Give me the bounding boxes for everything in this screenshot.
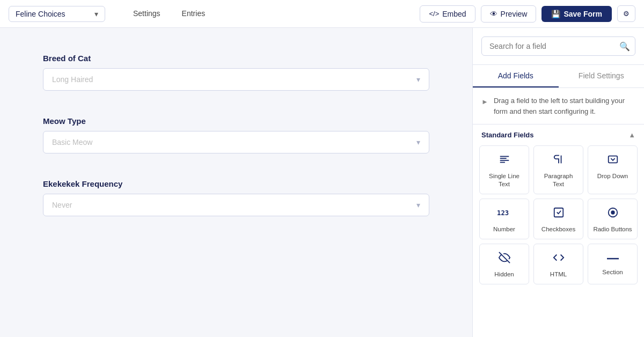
save-form-button[interactable]: 💾 Save Form — [541, 6, 612, 22]
chevron-down-icon: ▾ — [416, 138, 420, 146]
field-select-frequency[interactable]: Never ▾ — [43, 194, 429, 216]
settings-gear-button[interactable]: ⚙ — [617, 5, 635, 22]
field-tile-section[interactable]: Section — [588, 244, 638, 284]
drag-hint-text: Drag a field to the left to start buildi… — [494, 96, 635, 116]
field-select-meow[interactable]: Basic Meow ▾ — [43, 131, 429, 153]
chevron-down-icon: ▾ — [94, 10, 98, 18]
section-icon — [607, 252, 619, 264]
field-label-meow: Meow Type — [43, 116, 429, 126]
number-icon: 123 — [497, 207, 512, 221]
field-tile-number[interactable]: 123Number — [479, 199, 529, 239]
field-tile-radio-buttons[interactable]: Radio Buttons — [588, 199, 638, 239]
field-select-breed[interactable]: Long Haired ▾ — [43, 68, 429, 91]
drop-down-icon — [607, 153, 619, 168]
search-input[interactable] — [481, 36, 635, 56]
field-select-meow-value: Basic Meow — [52, 138, 92, 146]
header-nav: Settings Entries — [122, 0, 216, 28]
checkboxes-label: Checkboxes — [541, 225, 575, 233]
search-box: 🔍 — [473, 28, 644, 65]
field-label-frequency: Ekekekek Frequency — [43, 179, 429, 188]
form-selector[interactable]: Feline Choices ▾ — [9, 6, 105, 22]
single-line-text-icon — [499, 153, 510, 168]
hidden-icon — [499, 252, 510, 266]
field-tile-single-line-text[interactable]: Single Line Text — [479, 145, 529, 194]
main-layout: Breed of Cat Long Haired ▾ Meow Type Bas… — [0, 28, 644, 337]
field-tile-checkboxes[interactable]: Checkboxes — [533, 199, 583, 239]
standard-fields-header: Standard Fields ▲ — [473, 124, 644, 145]
paragraph-text-label: Paragraph Text — [538, 172, 579, 188]
right-panel: 🔍 Add Fields Field Settings ► Drag a fie… — [472, 28, 644, 337]
tab-field-settings[interactable]: Field Settings — [559, 65, 645, 87]
html-label: HTML — [550, 270, 567, 279]
single-line-text-label: Single Line Text — [484, 172, 524, 188]
nav-entries[interactable]: Entries — [171, 0, 216, 28]
field-tile-hidden[interactable]: Hidden — [479, 244, 529, 284]
embed-icon: </> — [429, 10, 439, 18]
form-name: Feline Choices — [16, 10, 65, 18]
hidden-label: Hidden — [494, 270, 514, 279]
field-label-breed: Breed of Cat — [43, 54, 429, 63]
field-tile-paragraph-text[interactable]: Paragraph Text — [533, 145, 583, 194]
svg-rect-4 — [608, 156, 617, 163]
tab-add-fields[interactable]: Add Fields — [473, 65, 559, 87]
form-canvas: Breed of Cat Long Haired ▾ Meow Type Bas… — [0, 28, 472, 337]
checkboxes-icon — [553, 207, 565, 221]
field-tile-html[interactable]: HTML — [533, 244, 583, 284]
field-select-frequency-value: Never — [52, 201, 72, 209]
panel-tabs: Add Fields Field Settings — [473, 65, 644, 88]
preview-button[interactable]: 👁 Preview — [481, 5, 537, 23]
gear-icon: ⚙ — [623, 10, 630, 18]
svg-rect-6 — [554, 208, 563, 217]
html-icon — [553, 252, 565, 266]
arrow-icon: ► — [481, 97, 488, 107]
header-actions: </> Embed 👁 Preview 💾 Save Form ⚙ — [420, 5, 635, 23]
svg-text:123: 123 — [497, 209, 509, 217]
search-icon: 🔍 — [619, 41, 630, 52]
save-icon: 💾 — [551, 10, 560, 18]
collapse-icon[interactable]: ▲ — [628, 131, 635, 139]
chevron-down-icon: ▾ — [416, 75, 420, 84]
number-label: Number — [493, 225, 515, 233]
field-tile-drop-down[interactable]: Drop Down — [588, 145, 638, 194]
field-group-frequency: Ekekekek Frequency Never ▾ — [43, 179, 429, 216]
preview-icon: 👁 — [490, 10, 497, 18]
field-group-breed: Breed of Cat Long Haired ▾ — [43, 54, 429, 91]
fields-grid: Single Line TextParagraph TextDrop Down1… — [473, 145, 644, 291]
field-group-meow: Meow Type Basic Meow ▾ — [43, 116, 429, 153]
standard-fields-label: Standard Fields — [481, 131, 534, 139]
field-select-breed-value: Long Haired — [52, 75, 93, 84]
nav-settings[interactable]: Settings — [122, 0, 171, 28]
radio-buttons-label: Radio Buttons — [593, 225, 632, 233]
embed-button[interactable]: </> Embed — [420, 5, 475, 23]
paragraph-text-icon — [553, 153, 565, 168]
svg-point-8 — [611, 210, 614, 214]
section-label: Section — [602, 268, 623, 276]
radio-buttons-icon — [607, 207, 619, 221]
chevron-down-icon: ▾ — [416, 201, 420, 209]
drop-down-label: Drop Down — [597, 172, 628, 180]
app-header: Feline Choices ▾ Settings Entries </> Em… — [0, 0, 644, 28]
drag-hint: ► Drag a field to the left to start buil… — [473, 88, 644, 124]
search-input-wrap: 🔍 — [481, 36, 635, 56]
